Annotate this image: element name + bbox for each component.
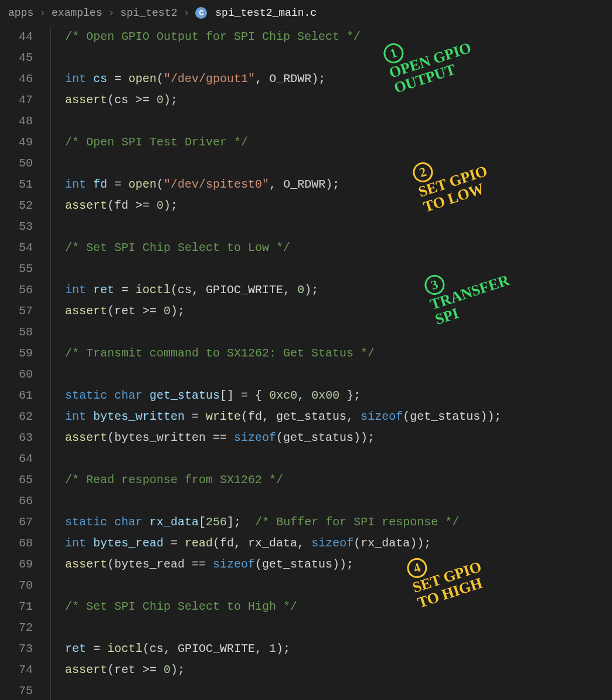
token-sizeof: sizeof xyxy=(234,431,276,444)
line-number[interactable]: 59 xyxy=(0,343,33,364)
code-line[interactable] xyxy=(65,575,612,596)
code-editor[interactable]: /* Open GPIO Output for SPI Chip Select … xyxy=(50,26,612,700)
line-number[interactable]: 47 xyxy=(0,90,33,111)
token-keyword: int xyxy=(65,72,86,86)
line-number[interactable]: 73 xyxy=(0,638,33,660)
token-number: 0 xyxy=(157,93,164,107)
line-number[interactable]: 63 xyxy=(0,427,33,448)
line-number[interactable]: 45 xyxy=(0,47,33,69)
line-number[interactable]: 44 xyxy=(0,26,33,47)
line-number[interactable]: 74 xyxy=(0,660,33,681)
code-line[interactable]: assert(fd >= 0); xyxy=(65,195,612,216)
line-number[interactable]: 65 xyxy=(0,470,33,491)
token-string: "/dev/gpout1" xyxy=(164,72,255,86)
comment-text: /* Set SPI Chip Select to Low */ xyxy=(65,241,290,254)
line-number[interactable]: 58 xyxy=(0,322,33,343)
token-number: 0xc0 xyxy=(269,389,297,402)
comment-text: /* Read response from SX1262 */ xyxy=(65,473,283,487)
token-sizeof: sizeof xyxy=(311,536,353,550)
code-line[interactable]: assert(cs >= 0); xyxy=(65,90,612,111)
chevron-right-icon: › xyxy=(108,4,114,22)
code-line[interactable]: assert(ret >= 0); xyxy=(65,660,612,681)
code-line[interactable]: /* Open SPI Test Driver */ xyxy=(65,132,612,153)
line-number[interactable]: 57 xyxy=(0,301,33,322)
c-file-icon: C xyxy=(195,7,207,19)
breadcrumb-seg-spi-test2[interactable]: spi_test2 xyxy=(120,4,177,22)
code-line[interactable] xyxy=(65,111,612,132)
token-keyword: static xyxy=(65,389,107,402)
line-number[interactable]: 64 xyxy=(0,448,33,470)
line-number[interactable]: 75 xyxy=(0,681,33,700)
comment-text: /* Transmit command to SX1262: Get Statu… xyxy=(65,346,375,360)
line-number[interactable]: 49 xyxy=(0,132,33,153)
code-line[interactable]: /* Transmit command to SX1262: Get Statu… xyxy=(65,343,612,364)
line-number[interactable]: 62 xyxy=(0,406,33,427)
chevron-right-icon: › xyxy=(39,4,46,22)
code-line[interactable] xyxy=(65,216,612,237)
breadcrumb[interactable]: apps › examples › spi_test2 › C spi_test… xyxy=(0,0,612,26)
token-number: 256 xyxy=(206,515,227,529)
code-line[interactable]: int fd = open("/dev/spitest0", O_RDWR); xyxy=(65,174,612,195)
code-line[interactable]: int bytes_read = read(fd, rx_data, sizeo… xyxy=(65,533,612,554)
code-line[interactable]: static char rx_data[256]; /* Buffer for … xyxy=(65,512,612,533)
code-line[interactable] xyxy=(65,259,612,280)
line-number-gutter[interactable]: 44 45 46 47 48 49 50 51 52 53 54 55 56 5… xyxy=(0,26,50,700)
code-line[interactable]: ret = ioctl(cs, GPIOC_WRITE, 1); xyxy=(65,638,612,660)
line-number[interactable]: 69 xyxy=(0,554,33,575)
line-number[interactable]: 48 xyxy=(0,111,33,132)
code-line[interactable] xyxy=(65,47,612,69)
code-line[interactable] xyxy=(65,681,612,700)
line-number[interactable]: 71 xyxy=(0,596,33,617)
token-variable: cs xyxy=(93,72,107,86)
token-number: 0 xyxy=(164,304,171,318)
line-number[interactable]: 68 xyxy=(0,533,33,554)
token-variable: get_status xyxy=(149,389,220,402)
token-keyword: int xyxy=(65,410,86,423)
code-line[interactable] xyxy=(65,364,612,385)
code-line[interactable] xyxy=(65,448,612,470)
code-line[interactable]: assert(bytes_read == sizeof(get_status))… xyxy=(65,554,612,575)
code-line[interactable] xyxy=(65,491,612,512)
code-line[interactable]: static char get_status[] = { 0xc0, 0x00 … xyxy=(65,385,612,406)
code-line[interactable]: /* Set SPI Chip Select to Low */ xyxy=(65,237,612,259)
token-function: ioctl xyxy=(135,283,171,297)
line-number[interactable]: 55 xyxy=(0,259,33,280)
breadcrumb-filename[interactable]: spi_test2_main.c xyxy=(215,4,317,22)
code-line[interactable] xyxy=(65,617,612,638)
breadcrumb-seg-apps[interactable]: apps xyxy=(8,4,33,22)
token-number: 0 xyxy=(164,663,171,677)
code-line[interactable]: /* Set SPI Chip Select to High */ xyxy=(65,596,612,617)
token-function: assert xyxy=(65,304,107,318)
token-number: 0x00 xyxy=(311,389,339,402)
token-function: open xyxy=(128,178,157,191)
line-number[interactable]: 60 xyxy=(0,364,33,385)
code-line[interactable]: int ret = ioctl(cs, GPIOC_WRITE, 0); xyxy=(65,280,612,301)
line-number[interactable]: 54 xyxy=(0,237,33,259)
line-number[interactable]: 46 xyxy=(0,69,33,90)
line-number[interactable]: 56 xyxy=(0,280,33,301)
code-line[interactable]: assert(ret >= 0); xyxy=(65,301,612,322)
line-number[interactable]: 50 xyxy=(0,153,33,174)
token-sizeof: sizeof xyxy=(361,410,403,423)
line-number[interactable]: 61 xyxy=(0,385,33,406)
line-number[interactable]: 70 xyxy=(0,575,33,596)
token-keyword: static xyxy=(65,515,107,529)
line-number[interactable]: 66 xyxy=(0,491,33,512)
code-line[interactable]: /* Open GPIO Output for SPI Chip Select … xyxy=(65,26,612,47)
breadcrumb-seg-examples[interactable]: examples xyxy=(52,4,102,22)
code-line[interactable] xyxy=(65,153,612,174)
code-line[interactable]: int cs = open("/dev/gpout1", O_RDWR); xyxy=(65,69,612,90)
token-keyword: int xyxy=(65,178,86,191)
code-line[interactable]: /* Read response from SX1262 */ xyxy=(65,470,612,491)
line-number[interactable]: 67 xyxy=(0,512,33,533)
code-line[interactable]: int bytes_written = write(fd, get_status… xyxy=(65,406,612,427)
line-number[interactable]: 52 xyxy=(0,195,33,216)
comment-text: /* Buffer for SPI response */ xyxy=(255,515,459,529)
line-number[interactable]: 72 xyxy=(0,617,33,638)
line-number[interactable]: 53 xyxy=(0,216,33,237)
token-number: 0 xyxy=(297,283,304,297)
token-keyword: char xyxy=(114,389,142,402)
code-line[interactable]: assert(bytes_written == sizeof(get_statu… xyxy=(65,427,612,448)
line-number[interactable]: 51 xyxy=(0,174,33,195)
code-line[interactable] xyxy=(65,322,612,343)
